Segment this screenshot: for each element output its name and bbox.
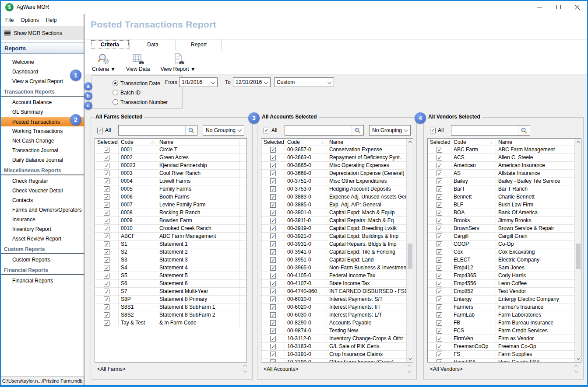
row-checkbox[interactable]: ✓: [104, 194, 109, 200]
row-checkbox[interactable]: ✓: [104, 234, 109, 239]
row-checkbox[interactable]: ✓: [270, 344, 276, 349]
table-row[interactable]: ✓00-9874-0Testing New: [261, 327, 413, 335]
table-row[interactable]: ✓00-4105-0Federal Income Tax: [261, 272, 413, 280]
row-checkbox[interactable]: ✓: [104, 147, 109, 153]
table-row[interactable]: ✓S8S1Statement 8 SubFarm 1: [95, 303, 246, 311]
table-row[interactable]: ✓00-8290-0Accounts Payable: [261, 319, 413, 327]
row-checkbox[interactable]: ✓: [437, 281, 442, 286]
table-row[interactable]: ✓BrownServBrown Service & Repair: [428, 225, 581, 233]
tab-criteria[interactable]: Criteria: [90, 39, 130, 50]
row-checkbox[interactable]: ✓: [104, 281, 109, 286]
table-row[interactable]: ✓00-3657-0Conservation Expense: [261, 146, 413, 154]
footer-scroll-buttons[interactable]: [242, 363, 249, 377]
table-row[interactable]: ✓ABC FarmABC Farm Management: [428, 146, 581, 154]
table-row[interactable]: ✓0002Green Acres: [95, 154, 246, 162]
table-row[interactable]: ✓10-3199-0Other Farm Income (Crops): [261, 359, 413, 363]
table-row[interactable]: ✓COOPCo-Op: [428, 241, 581, 248]
from-date-select[interactable]: 1/1/2016: [179, 77, 218, 87]
scroll-down-icon[interactable]: [575, 356, 581, 362]
table-row[interactable]: ✓FarmLabFarm Laboratories: [428, 311, 581, 319]
to-date-select[interactable]: 12/31/2016: [233, 77, 271, 87]
table-row[interactable]: ✓S1Statement 1: [95, 241, 246, 248]
table-row[interactable]: ✓00-3951-0Capital Expd: Land: [261, 256, 413, 264]
row-checkbox[interactable]: ✓: [437, 147, 442, 153]
row-checkbox[interactable]: ✓: [104, 226, 109, 231]
row-checkbox[interactable]: ✓: [104, 289, 109, 294]
table-row[interactable]: ✓AmericanAmerican Insurance: [428, 162, 581, 170]
row-checkbox[interactable]: ✓: [270, 304, 276, 310]
row-checkbox[interactable]: ✓: [104, 241, 109, 247]
sidebar-item-financial-reports[interactable]: Financial Reports: [1, 276, 84, 286]
row-checkbox[interactable]: ✓: [270, 336, 276, 342]
table-row[interactable]: ✓ABCFABC Farm Management: [95, 233, 246, 241]
table-row[interactable]: ✓00-3965-0Non-Farm Business & Investment: [261, 264, 413, 272]
column-header-name[interactable]: Name: [327, 139, 407, 146]
row-checkbox[interactable]: ✓: [270, 186, 276, 192]
row-checkbox[interactable]: ✓: [270, 328, 276, 334]
row-checkbox[interactable]: ✓: [437, 312, 442, 318]
row-checkbox[interactable]: ✓: [437, 171, 442, 176]
row-checkbox[interactable]: ✓: [270, 234, 276, 239]
row-checkbox[interactable]: ✓: [104, 178, 109, 184]
row-checkbox[interactable]: ✓: [437, 249, 442, 255]
row-checkbox[interactable]: ✓: [104, 304, 109, 310]
sidebar-item-farms-and-owners-operators[interactable]: Farms and Owners/Operators: [1, 205, 84, 215]
table-row[interactable]: ✓10-3112-0Inventory Change-Crops & Othr: [261, 335, 413, 343]
radio-transaction-number[interactable]: Transaction Number: [113, 99, 168, 105]
sidebar-item-asset-review-report[interactable]: Asset Review Report: [1, 234, 84, 244]
row-checkbox[interactable]: ✓: [270, 241, 276, 247]
view-report-button[interactable]: View Report ▼: [158, 52, 197, 73]
table-row[interactable]: ✓S2Statement 2: [95, 248, 246, 256]
view-data-button[interactable]: View Data: [124, 52, 152, 73]
table-row[interactable]: ✓00-3753-0Hedging Account Deposits: [261, 185, 413, 193]
table-row[interactable]: ✓ACSAllen C. Steele: [428, 154, 581, 162]
table-row[interactable]: ✓BLFBush Law Firm: [428, 201, 581, 209]
table-row[interactable]: ✓00-3931-0Capital Repairs: Bldgs & Imp: [261, 241, 413, 248]
table-row[interactable]: ✓00-3665-0Misc Operating Expenses: [261, 162, 413, 170]
footer-scroll-buttons[interactable]: [406, 363, 413, 377]
row-checkbox[interactable]: ✓: [437, 202, 442, 208]
row-checkbox[interactable]: ✓: [437, 186, 442, 192]
row-checkbox[interactable]: ✓: [104, 320, 109, 326]
table-row[interactable]: ✓00-3919-0Capital Expd: Breeding Lvstk: [261, 225, 413, 233]
column-header-selected[interactable]: Selected: [428, 139, 451, 146]
table-row[interactable]: ✓Emp852Test Vendor: [428, 288, 581, 296]
table-row[interactable]: ✓10-3191-0Crop Insurance Claims: [261, 351, 413, 359]
table-row[interactable]: ✓S3Statement 3: [95, 256, 246, 264]
table-scrollbar[interactable]: [574, 139, 581, 362]
date-preset-select[interactable]: Custom: [274, 77, 334, 87]
row-checkbox[interactable]: ✓: [437, 226, 442, 231]
table-row[interactable]: ✓S8PStatement 8 Primary: [95, 296, 246, 303]
table-row[interactable]: ✓Emp412Sam Jones: [428, 264, 581, 272]
row-checkbox[interactable]: ✓: [270, 163, 276, 168]
row-checkbox[interactable]: ✓: [270, 296, 276, 302]
table-row[interactable]: ✓0007Levine Family Farm: [95, 201, 246, 209]
row-checkbox[interactable]: ✓: [104, 171, 109, 176]
row-checkbox[interactable]: ✓: [270, 155, 276, 160]
accounts-search-input[interactable]: [286, 126, 352, 134]
row-checkbox[interactable]: ✓: [104, 296, 109, 302]
column-header-code[interactable]: Code△: [285, 139, 327, 146]
column-header-name[interactable]: Name: [496, 139, 575, 146]
maximize-button[interactable]: [551, 1, 566, 13]
table-row[interactable]: ✓BarTBar T Ranch: [428, 185, 581, 193]
search-button[interactable]: [185, 126, 197, 135]
row-checkbox[interactable]: ✓: [104, 210, 109, 216]
table-row[interactable]: ✓00-3751-0Misc Other Expenditures: [261, 178, 413, 185]
table-row[interactable]: ✓00-3921-0Capital Expd: Buildings & Imp: [261, 233, 413, 241]
vendors-search-input[interactable]: [452, 126, 518, 134]
row-checkbox[interactable]: ✓: [270, 171, 276, 176]
row-checkbox[interactable]: ✓: [437, 304, 442, 310]
row-checkbox[interactable]: ✓: [437, 336, 442, 342]
row-checkbox[interactable]: ✓: [270, 194, 276, 200]
row-checkbox[interactable]: ✓: [270, 249, 276, 255]
table-row[interactable]: ✓Emp4365Cody Harris: [428, 272, 581, 280]
sidebar-item-transaction-journal[interactable]: Transaction Journal: [1, 146, 84, 155]
row-checkbox[interactable]: ✓: [270, 226, 276, 231]
scroll-down-icon[interactable]: [407, 356, 413, 362]
row-checkbox[interactable]: ✓: [437, 359, 442, 363]
table-row[interactable]: ✓0008Rocking R Ranch: [95, 209, 246, 217]
table-row[interactable]: ✓ELECTElectric Company: [428, 256, 581, 264]
table-row[interactable]: ✓0004Lowell Farms: [95, 178, 246, 185]
table-row[interactable]: ✓00-6020-0Interest Payments: I/T: [261, 303, 413, 311]
